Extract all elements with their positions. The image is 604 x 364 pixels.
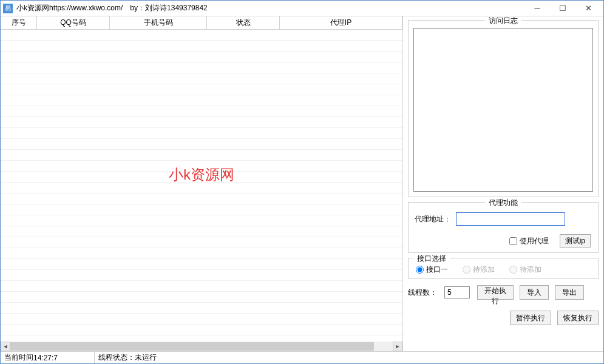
- api-group: 接口选择 接口一 待添加 待添加: [408, 258, 599, 279]
- main-body: 序号 QQ号码 手机号码 状态 代理IP 小k资源网 ◄: [1, 16, 603, 351]
- window-controls: ─ ☐ ✕: [524, 1, 601, 16]
- resume-button[interactable]: 恢复执行: [557, 311, 599, 325]
- proxy-addr-input[interactable]: [456, 212, 565, 226]
- col-proxyip[interactable]: 代理IP: [280, 16, 402, 30]
- start-button[interactable]: 开始执行: [477, 285, 514, 300]
- horizontal-scrollbar[interactable]: ◄ ►: [1, 342, 402, 351]
- import-button[interactable]: 导入: [520, 285, 549, 300]
- right-panel: 访问日志 代理功能 代理地址： 使用代理 测试ip 接口选择: [403, 16, 603, 351]
- threads-input[interactable]: [444, 286, 470, 298]
- status-run: 线程状态：未运行: [95, 352, 603, 363]
- scroll-track[interactable]: [10, 342, 393, 351]
- table-body[interactable]: [1, 30, 402, 342]
- api-option-3: 待添加: [509, 265, 541, 275]
- status-time: 当前时间14:27:7: [1, 352, 95, 363]
- scroll-left-icon[interactable]: ◄: [1, 342, 10, 351]
- log-textarea[interactable]: [413, 28, 593, 192]
- titlebar: 易 小k资源网https://www.xkwo.com/ by：刘诗诗13493…: [1, 1, 603, 16]
- status-bar: 当前时间14:27:7 线程状态：未运行: [1, 351, 603, 363]
- api-option-1[interactable]: 接口一: [416, 265, 448, 275]
- test-ip-button[interactable]: 测试ip: [560, 234, 591, 248]
- export-button[interactable]: 导出: [555, 285, 584, 300]
- proxy-addr-label: 代理地址：: [413, 214, 451, 224]
- minimize-button[interactable]: ─: [524, 1, 550, 16]
- control-row: 线程数： 开始执行 导入 导出: [408, 285, 599, 300]
- api-title: 接口选择: [413, 254, 450, 264]
- app-window: 易 小k资源网https://www.xkwo.com/ by：刘诗诗13493…: [0, 0, 604, 364]
- log-group: 访问日志: [408, 20, 599, 197]
- use-proxy-input[interactable]: [509, 237, 517, 245]
- api-option-2: 待添加: [463, 265, 495, 275]
- close-button[interactable]: ✕: [575, 1, 601, 16]
- col-phone[interactable]: 手机号码: [110, 16, 207, 30]
- control-row-2: 暂停执行 恢复执行: [408, 311, 599, 325]
- maximize-button[interactable]: ☐: [550, 1, 575, 16]
- table-header: 序号 QQ号码 手机号码 状态 代理IP: [1, 16, 402, 30]
- left-panel: 序号 QQ号码 手机号码 状态 代理IP 小k资源网 ◄: [1, 16, 403, 351]
- col-status[interactable]: 状态: [207, 16, 280, 30]
- scroll-thumb[interactable]: [10, 342, 374, 351]
- api-radio-1[interactable]: [416, 266, 424, 274]
- data-table: 序号 QQ号码 手机号码 状态 代理IP 小k资源网 ◄: [1, 16, 402, 351]
- app-icon: 易: [3, 4, 13, 13]
- api-radio-2: [463, 266, 470, 274]
- use-proxy-checkbox[interactable]: 使用代理: [509, 236, 549, 246]
- window-title: 小k资源网https://www.xkwo.com/ by：刘诗诗1349379…: [16, 3, 524, 13]
- proxy-group: 代理功能 代理地址： 使用代理 测试ip: [408, 202, 599, 253]
- pause-button[interactable]: 暂停执行: [510, 311, 551, 325]
- api-radio-3: [509, 266, 517, 274]
- col-index[interactable]: 序号: [1, 16, 37, 30]
- log-title: 访问日志: [485, 16, 521, 26]
- scroll-right-icon[interactable]: ►: [393, 342, 402, 351]
- col-qq[interactable]: QQ号码: [37, 16, 110, 30]
- threads-label: 线程数：: [408, 288, 437, 298]
- use-proxy-label: 使用代理: [520, 236, 549, 246]
- proxy-title: 代理功能: [485, 198, 521, 208]
